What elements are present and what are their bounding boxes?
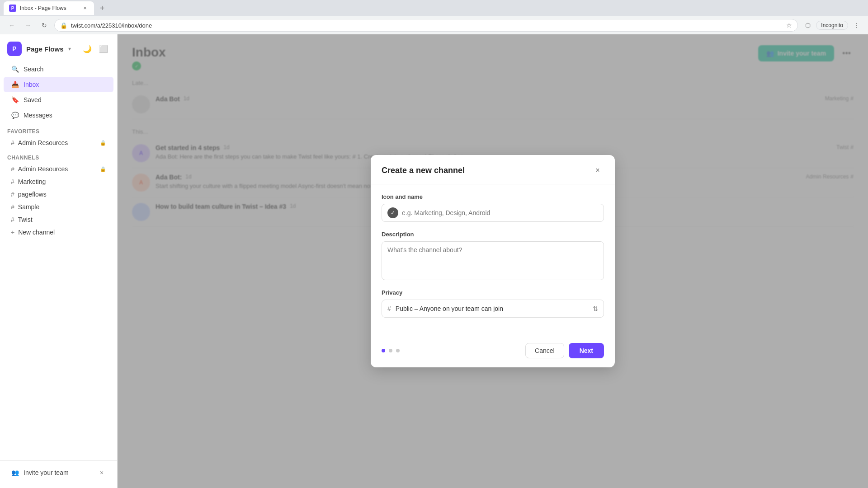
- invite-label: Invite your team: [24, 469, 93, 476]
- lock-icon: 🔒: [100, 166, 106, 172]
- dialog-footer: Cancel Next: [371, 336, 615, 367]
- sidebar-bottom: 👥 Invite your team ×: [0, 460, 117, 484]
- reload-button[interactable]: ↻: [38, 19, 51, 32]
- description-textarea-wrap: [382, 241, 604, 280]
- workspace-selector[interactable]: P Page Flows ▾: [7, 42, 71, 56]
- privacy-chevron-icon: ⇅: [593, 305, 598, 312]
- workspace-name: Page Flows: [26, 45, 64, 53]
- description-textarea[interactable]: [382, 242, 604, 278]
- sidebar-item-search[interactable]: 🔍 Search: [4, 61, 113, 77]
- tab-favicon: P: [9, 5, 16, 12]
- extensions-icon[interactable]: ⬡: [802, 19, 814, 32]
- cancel-button[interactable]: Cancel: [525, 343, 564, 358]
- sample-label: Sample: [18, 203, 106, 211]
- sidebar-item-new-channel[interactable]: + New channel: [4, 226, 113, 239]
- icon-name-input[interactable]: [402, 209, 598, 216]
- invite-close-button[interactable]: ×: [97, 468, 106, 477]
- profile-label: Incognito: [821, 22, 843, 28]
- sidebar-item-twist[interactable]: # Twist: [4, 213, 113, 226]
- tab-title: Inbox - Page Flows: [20, 5, 78, 11]
- step-dots: [382, 349, 400, 352]
- privacy-dropdown[interactable]: # Public – Anyone on your team can join …: [382, 300, 604, 318]
- channel-hash-icon: #: [11, 203, 14, 211]
- main-content: Inbox ✓ 👥 Invite your team ••• Late...: [118, 34, 868, 488]
- sidebar-item-pageflows[interactable]: # pageflows: [4, 188, 113, 201]
- sidebar-item-messages[interactable]: 💬 Messages: [4, 108, 113, 123]
- back-button[interactable]: ←: [5, 19, 18, 32]
- sidebar-inbox-label: Inbox: [24, 81, 39, 88]
- sidebar-item-inbox[interactable]: 📥 Inbox: [4, 77, 113, 92]
- sidebar-messages-label: Messages: [24, 112, 52, 119]
- modal-overlay: Create a new channel × Icon and name ✓ D…: [118, 34, 868, 488]
- sidebar-search-label: Search: [24, 66, 43, 73]
- admin-resources-label: Admin Resources: [18, 165, 95, 173]
- next-button[interactable]: Next: [569, 343, 604, 358]
- sidebar-item-sample[interactable]: # Sample: [4, 201, 113, 213]
- address-bar-icons: ☆: [786, 22, 792, 29]
- step-dot-3: [396, 349, 400, 352]
- active-tab[interactable]: P Inbox - Page Flows ×: [4, 1, 94, 15]
- channel-emoji-icon[interactable]: ✓: [387, 207, 398, 218]
- window-icon[interactable]: ⬜: [97, 42, 110, 55]
- new-channel-label: New channel: [18, 229, 106, 236]
- fav-admin-resources-label: Admin Resources: [18, 139, 95, 146]
- address-bar[interactable]: 🔒 twist.com/a/225310/inbox/done ☆: [54, 19, 798, 32]
- description-label: Description: [382, 231, 604, 238]
- browser-chrome: P Inbox - Page Flows × + ← → ↻ 🔒 twist.c…: [0, 0, 868, 34]
- sidebar-header: P Page Flows ▾ 🌙 ⬜: [0, 38, 117, 61]
- icon-name-label: Icon and name: [382, 193, 604, 200]
- channel-hash-icon: #: [11, 165, 14, 173]
- url-text: twist.com/a/225310/inbox/done: [71, 22, 783, 29]
- invite-icon: 👥: [11, 469, 19, 477]
- privacy-field-section: Privacy # Public – Anyone on your team c…: [382, 289, 604, 318]
- channel-hash-icon: #: [11, 139, 14, 146]
- dialog-title: Create a new channel: [382, 166, 465, 175]
- channel-hash-icon: #: [11, 216, 14, 223]
- moon-icon[interactable]: 🌙: [81, 42, 94, 55]
- sidebar-item-saved[interactable]: 🔖 Saved: [4, 92, 113, 108]
- favorites-section-title: Favorites: [0, 123, 117, 136]
- workspace-icon: P: [7, 42, 22, 56]
- icon-name-field-section: Icon and name ✓: [382, 193, 604, 222]
- menu-button[interactable]: ⋮: [850, 19, 863, 32]
- new-tab-button[interactable]: +: [96, 2, 108, 14]
- saved-icon: 🔖: [11, 96, 19, 104]
- forward-button[interactable]: →: [22, 19, 34, 32]
- sidebar-item-marketing[interactable]: # Marketing: [4, 175, 113, 188]
- tab-close-button[interactable]: ×: [81, 5, 89, 12]
- icon-name-input-row[interactable]: ✓: [382, 204, 604, 222]
- create-channel-dialog: Create a new channel × Icon and name ✓ D…: [371, 155, 615, 367]
- privacy-hash-icon: #: [387, 305, 391, 312]
- step-dot-1: [382, 349, 385, 352]
- app-container: P Page Flows ▾ 🌙 ⬜ 🔍 Search 📥 Inbox 🔖 Sa…: [0, 34, 868, 488]
- inbox-icon: 📥: [11, 80, 19, 89]
- twist-label: Twist: [18, 216, 106, 223]
- sidebar-saved-label: Saved: [24, 96, 42, 103]
- sidebar-invite-item[interactable]: 👥 Invite your team ×: [4, 465, 113, 481]
- browser-toolbar: ← → ↻ 🔒 twist.com/a/225310/inbox/done ☆ …: [0, 16, 868, 34]
- sidebar: P Page Flows ▾ 🌙 ⬜ 🔍 Search 📥 Inbox 🔖 Sa…: [0, 34, 118, 488]
- workspace-dropdown-icon: ▾: [68, 46, 71, 52]
- messages-icon: 💬: [11, 111, 19, 119]
- sidebar-item-favorites-admin-resources[interactable]: # Admin Resources 🔒: [4, 136, 113, 149]
- dialog-header: Create a new channel ×: [371, 155, 615, 184]
- search-icon: 🔍: [11, 65, 19, 73]
- new-channel-plus-icon: +: [11, 229, 14, 236]
- dialog-actions: Cancel Next: [525, 343, 604, 358]
- dialog-body: Icon and name ✓ Description Privacy: [371, 184, 615, 336]
- step-dot-2: [389, 349, 392, 352]
- lock-icon: 🔒: [100, 140, 106, 146]
- pageflows-label: pageflows: [18, 191, 106, 198]
- channel-hash-icon: #: [11, 178, 14, 185]
- channels-section-title: Channels: [0, 149, 117, 163]
- sidebar-item-admin-resources[interactable]: # Admin Resources 🔒: [4, 163, 113, 175]
- tab-bar: P Inbox - Page Flows × +: [0, 0, 868, 16]
- profile-button[interactable]: Incognito: [816, 21, 848, 30]
- dialog-close-button[interactable]: ×: [591, 164, 604, 177]
- description-field-section: Description: [382, 231, 604, 280]
- sidebar-header-icons: 🌙 ⬜: [81, 42, 110, 55]
- privacy-label: Privacy: [382, 289, 604, 296]
- browser-extra-icons: ⬡ Incognito ⋮: [802, 19, 863, 32]
- bookmark-icon[interactable]: ☆: [786, 22, 792, 29]
- privacy-option-label: Public – Anyone on your team can join: [396, 305, 588, 312]
